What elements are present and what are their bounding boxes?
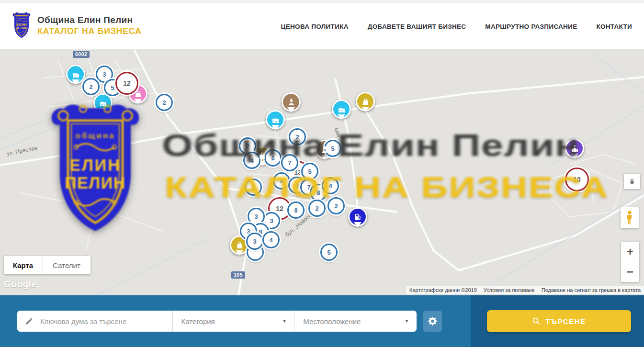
- factory-icon: [99, 99, 107, 107]
- worker-icon: [321, 146, 329, 154]
- map-type-control: Карта Сателит: [4, 256, 90, 274]
- cluster-marker[interactable]: 7: [281, 154, 298, 171]
- cluster-marker[interactable]: 2: [245, 179, 262, 196]
- advanced-settings-button[interactable]: [423, 311, 442, 332]
- search-button[interactable]: ТЪРСЕНЕ: [487, 310, 631, 332]
- nav-item-pricing[interactable]: ЦЕНОВА ПОЛИТИКА: [281, 23, 349, 30]
- cluster-marker[interactable]: 8: [287, 201, 305, 219]
- poi-marker-shopping-bag[interactable]: [356, 92, 375, 111]
- page-top-strip: [0, 0, 644, 3]
- search-button-label: ТЪРСЕНЕ: [545, 317, 586, 325]
- shopping-bag-icon: [258, 152, 266, 160]
- cluster-marker[interactable]: 10: [565, 168, 589, 191]
- cluster-marker[interactable]: 5: [301, 163, 318, 180]
- shopping-bag-icon: [362, 98, 370, 106]
- header: община ЕЛИН ПЕЛИН Община Елин Пелин КАТА…: [0, 3, 644, 50]
- municipal-crest-icon: община ЕЛИН ПЕЛИН: [11, 11, 33, 40]
- category-select-value: Категория: [173, 317, 282, 325]
- poi-marker-factory[interactable]: [66, 65, 85, 84]
- map-type-satellite-button[interactable]: Сателит: [42, 256, 90, 274]
- factory-icon: [271, 116, 280, 124]
- svg-text:ПЕЛИН: ПЕЛИН: [15, 26, 28, 30]
- caret-down-icon: ▼: [405, 319, 409, 324]
- zoom-control: + −: [621, 242, 639, 282]
- main-nav: ЦЕНОВА ПОЛИТИКА ДОБАВЕТЕ ВАШИЯТ БИЗНЕС М…: [281, 3, 632, 49]
- cluster-marker[interactable]: 2: [289, 128, 306, 146]
- logo-subtitle: КАТАЛОГ НА БИЗНЕСА: [37, 26, 142, 36]
- marker-tail: [287, 107, 295, 116]
- shopping-bag-icon: [236, 241, 244, 249]
- logo-title: Община Елин Пелин: [37, 15, 142, 25]
- attribution-copyright: Картографски данни ©2019: [406, 287, 480, 293]
- marker-tail: [571, 154, 578, 163]
- marker-tail: [321, 155, 328, 164]
- poi-marker-factory[interactable]: [93, 93, 113, 112]
- shopping-bag-icon: [134, 90, 142, 98]
- zoom-out-button[interactable]: −: [621, 262, 639, 282]
- google-map[interactable]: 6002105 ул. Преславбул. „Новоселции" 213…: [0, 49, 644, 295]
- pencil-icon: [25, 317, 34, 325]
- keyword-section: [17, 311, 172, 332]
- cluster-marker[interactable]: 4: [262, 231, 280, 248]
- map-attribution: Картографски данни ©2019 Условия за полз…: [406, 286, 644, 294]
- cluster-marker[interactable]: 5: [320, 244, 338, 261]
- search-icon: [532, 317, 541, 325]
- map-type-map-button[interactable]: Карта: [4, 256, 42, 274]
- church-icon: [571, 145, 579, 153]
- svg-text:община: община: [18, 18, 26, 20]
- search-input-group: Категория ▼ Местоположение ▼: [17, 311, 417, 332]
- marker-tail: [338, 114, 345, 123]
- cluster-marker[interactable]: 4: [273, 172, 290, 190]
- category-select[interactable]: Категория ▼: [172, 311, 294, 332]
- cluster-marker[interactable]: 2: [82, 78, 100, 95]
- attribution-report-link[interactable]: Подаване на сигнал за грешка в картата: [538, 287, 644, 293]
- cluster-marker[interactable]: 3: [246, 233, 263, 250]
- search-bar: Категория ▼ Местоположение ▼ ТЪРСЕНЕ: [0, 295, 644, 347]
- nav-item-add-business[interactable]: ДОБАВЕТЕ ВАШИЯТ БИЗНЕС: [368, 23, 466, 30]
- attribution-terms-link[interactable]: Условия за ползване: [480, 287, 538, 293]
- location-select-value: Местоположение: [294, 317, 405, 325]
- map-markers-layer: 21332512225467524278412822338334510: [0, 49, 644, 295]
- location-select[interactable]: Местоположение ▼: [294, 311, 417, 332]
- poi-marker-worker[interactable]: [282, 92, 301, 112]
- cluster-marker[interactable]: 6: [264, 149, 282, 167]
- factory-icon: [72, 70, 80, 78]
- nav-item-contacts[interactable]: КОНТАКТИ: [596, 23, 632, 30]
- marker-tail: [72, 79, 79, 89]
- marker-tail: [362, 107, 369, 116]
- pegman-icon: [624, 210, 635, 225]
- marker-tail: [134, 99, 142, 108]
- factory-icon: [338, 105, 346, 113]
- cluster-marker[interactable]: 2: [328, 197, 345, 214]
- site-logo[interactable]: община ЕЛИН ПЕЛИН Община Елин Пелин КАТА…: [11, 11, 142, 40]
- marker-tail: [271, 125, 279, 134]
- poi-marker-factory[interactable]: [332, 100, 351, 119]
- street-view-pegman[interactable]: [621, 207, 639, 228]
- caret-down-icon: ▼: [282, 319, 286, 324]
- worker-icon: [287, 98, 295, 106]
- cluster-marker[interactable]: 4: [322, 177, 339, 194]
- zoom-in-button[interactable]: +: [621, 242, 639, 262]
- keyword-input[interactable]: [39, 317, 156, 326]
- nav-item-route-schedule[interactable]: МАРШРУТНО РАЗПИСАНИЕ: [485, 23, 577, 30]
- lock-icon: [628, 178, 636, 185]
- marker-tail: [99, 108, 107, 117]
- gear-icon: [428, 316, 438, 326]
- poi-marker-fuel-pump[interactable]: [348, 207, 367, 226]
- marker-tail: [354, 222, 362, 231]
- marker-tail: [236, 250, 243, 259]
- lock-control[interactable]: [624, 174, 640, 189]
- poi-marker-church[interactable]: [565, 139, 584, 158]
- fuel-pump-icon: [354, 213, 362, 221]
- cluster-marker[interactable]: 2: [156, 94, 173, 111]
- poi-marker-factory[interactable]: [266, 110, 285, 129]
- svg-text:ЕЛИН: ЕЛИН: [16, 23, 27, 26]
- google-logo[interactable]: Google: [4, 279, 36, 290]
- cluster-marker[interactable]: 2: [308, 200, 326, 217]
